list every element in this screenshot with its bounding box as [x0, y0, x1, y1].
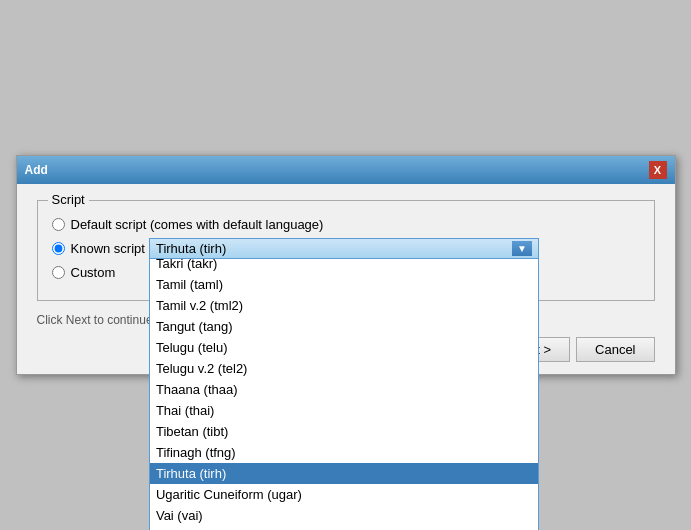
known-script-label: Known script: [71, 241, 145, 256]
default-script-label: Default script (comes with default langu…: [71, 217, 324, 232]
script-dropdown-container: Tirhuta (tirh) ▼ Tagalog (tglg)Tagbanwa …: [149, 238, 539, 259]
known-script-row: Known script Tirhuta (tirh) ▼ Tagalog (t…: [52, 238, 640, 259]
cancel-button[interactable]: Cancel: [576, 337, 654, 362]
dropdown-list[interactable]: Tagalog (tglg)Tagbanwa (tagb)Tai Le (tal…: [149, 259, 539, 530]
list-item[interactable]: Thaana (thaa): [150, 379, 538, 400]
list-item[interactable]: Tamil (taml): [150, 274, 538, 295]
script-group: Script Default script (comes with defaul…: [37, 200, 655, 301]
title-bar: Add X: [17, 156, 675, 184]
list-item[interactable]: Telugu (telu): [150, 337, 538, 358]
list-item[interactable]: Tifinagh (tfng): [150, 442, 538, 463]
list-item[interactable]: Tibetan (tibt): [150, 421, 538, 442]
list-item[interactable]: Tamil v.2 (tml2): [150, 295, 538, 316]
list-item[interactable]: Tirhuta (tirh): [150, 463, 538, 484]
add-dialog: Add X Script Default script (comes with …: [16, 155, 676, 375]
close-button[interactable]: X: [649, 161, 667, 179]
default-script-row: Default script (comes with default langu…: [52, 217, 640, 232]
list-item[interactable]: Warang Citi (wara): [150, 526, 538, 530]
default-script-radio[interactable]: [52, 218, 65, 231]
group-legend: Script: [48, 192, 89, 207]
list-item[interactable]: Vai (vai): [150, 505, 538, 526]
dropdown-selected[interactable]: Tirhuta (tirh) ▼: [149, 238, 539, 259]
known-script-radio[interactable]: [52, 242, 65, 255]
list-item[interactable]: Takri (takr): [150, 259, 538, 274]
window-content: Script Default script (comes with defaul…: [17, 184, 675, 374]
custom-script-radio[interactable]: [52, 266, 65, 279]
list-item[interactable]: Tangut (tang): [150, 316, 538, 337]
list-item[interactable]: Ugaritic Cuneiform (ugar): [150, 484, 538, 505]
dropdown-arrow-icon[interactable]: ▼: [512, 241, 532, 256]
dropdown-selected-text: Tirhuta (tirh): [156, 241, 226, 256]
list-item[interactable]: Telugu v.2 (tel2): [150, 358, 538, 379]
list-item[interactable]: Thai (thai): [150, 400, 538, 421]
custom-script-label: Custom: [71, 265, 116, 280]
window-title: Add: [25, 163, 48, 177]
